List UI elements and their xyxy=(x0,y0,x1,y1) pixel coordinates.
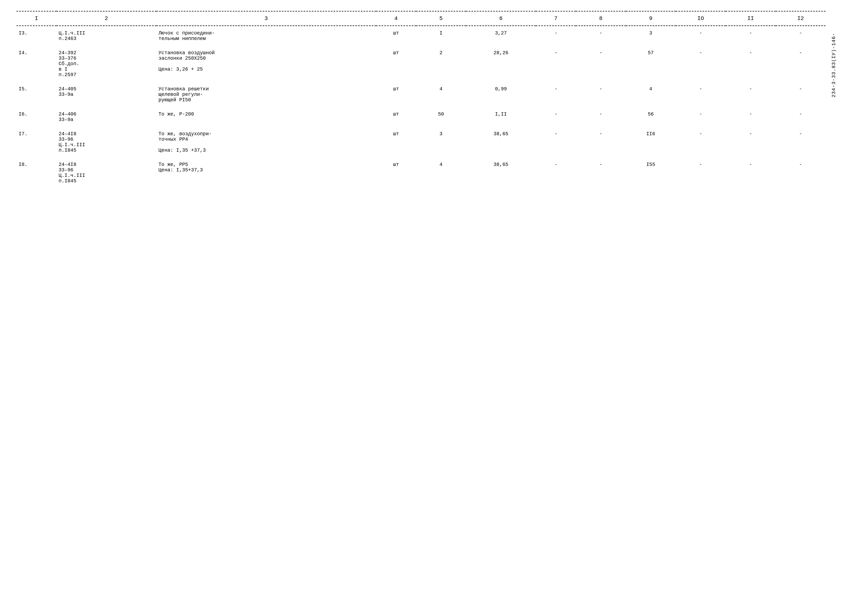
row-num: I4. xyxy=(16,46,56,82)
row-col9: 3 xyxy=(626,26,676,46)
row-qty: 3 xyxy=(416,127,466,157)
row-unit: шт xyxy=(376,107,416,127)
row-code: Ц.I.ч.III п.2463 xyxy=(56,26,156,46)
table-header-row: I 2 3 4 5 6 7 8 9 IO II I2 xyxy=(16,11,826,26)
row-col10: - xyxy=(676,157,726,188)
header-col-6: 6 xyxy=(466,11,536,26)
row-col7: - xyxy=(536,157,576,188)
row-col11: - xyxy=(726,157,776,188)
table-row: I3. Ц.I.ч.III п.2463 Лючок с присоедини-… xyxy=(16,26,826,46)
row-col11: - xyxy=(726,46,776,82)
row-qty: I xyxy=(416,26,466,46)
header-col-5: 5 xyxy=(416,11,466,26)
row-qty: 4 xyxy=(416,82,466,107)
row-col10: - xyxy=(676,82,726,107)
row-num: I7. xyxy=(16,127,56,157)
row-col10: - xyxy=(676,46,726,82)
row-price: I,II xyxy=(466,107,536,127)
table-row: I8. 24–4I8 33–96 Ц.I.ч.III п.I845 То же,… xyxy=(16,157,826,188)
row-price: 38,65 xyxy=(466,127,536,157)
row-col9: 4 xyxy=(626,82,676,107)
header-col-10: IO xyxy=(676,11,726,26)
row-col12: - xyxy=(776,157,826,188)
row-description: Установка решетки щелевой регули- рующей… xyxy=(156,82,376,107)
table-row: I7. 24–4I8 33–96 Ц.I.ч.III п.I845 То же,… xyxy=(16,127,826,157)
row-price: 28,26 xyxy=(466,46,536,82)
row-qty: 4 xyxy=(416,157,466,188)
main-table: I 2 3 4 5 6 7 8 9 IO II I2 I3. Ц.I.ч.III… xyxy=(16,11,826,188)
row-col12: - xyxy=(776,107,826,127)
row-unit: шт xyxy=(376,157,416,188)
side-label: 234-3-33.83(IУ)-146- xyxy=(831,33,836,97)
header-col-7: 7 xyxy=(536,11,576,26)
row-num: I3. xyxy=(16,26,56,46)
row-col8: - xyxy=(576,157,626,188)
header-col-3: 3 xyxy=(156,11,376,26)
row-price: 3,27 xyxy=(466,26,536,46)
row-col7: - xyxy=(536,46,576,82)
row-unit: шт xyxy=(376,46,416,82)
row-col7: - xyxy=(536,127,576,157)
table-row: I5. 24–405 33–9а Установка решетки щелев… xyxy=(16,82,826,107)
row-col9: I55 xyxy=(626,157,676,188)
row-num: I8. xyxy=(16,157,56,188)
header-col-11: II xyxy=(726,11,776,26)
page-container: 234-3-33.83(IУ)-146- I 2 3 4 5 6 7 8 9 I… xyxy=(16,11,826,188)
row-num: I5. xyxy=(16,82,56,107)
row-code: 24–405 33–9а xyxy=(56,82,156,107)
row-price: 0,99 xyxy=(466,82,536,107)
row-col7: - xyxy=(536,82,576,107)
table-body: I3. Ц.I.ч.III п.2463 Лючок с присоедини-… xyxy=(16,26,826,188)
row-col11: - xyxy=(726,26,776,46)
header-col-12: I2 xyxy=(776,11,826,26)
row-code: 24–4I8 33–96 Ц.I.ч.III п.I845 xyxy=(56,127,156,157)
row-col11: - xyxy=(726,82,776,107)
row-col10: - xyxy=(676,26,726,46)
header-col-2: 2 xyxy=(56,11,156,26)
row-qty: 2 xyxy=(416,46,466,82)
row-col8: - xyxy=(576,127,626,157)
row-col9: 56 xyxy=(626,107,676,127)
header-col-1: I xyxy=(16,11,56,26)
table-row: I4. 24–392 33–376 Сб.доп. в I п.2597 Уст… xyxy=(16,46,826,82)
row-col10: - xyxy=(676,127,726,157)
table-row: I6. 24–406 33–9а То же, Р-200 шт 50 I,II… xyxy=(16,107,826,127)
row-description: Лючок с присоедини- тельным ниппелем xyxy=(156,26,376,46)
header-col-4: 4 xyxy=(376,11,416,26)
row-code: 24–406 33–9а xyxy=(56,107,156,127)
row-col12: - xyxy=(776,82,826,107)
row-col12: - xyxy=(776,127,826,157)
row-col7: - xyxy=(536,107,576,127)
row-col8: - xyxy=(576,26,626,46)
row-price: 38,65 xyxy=(466,157,536,188)
header-col-8: 8 xyxy=(576,11,626,26)
row-col11: - xyxy=(726,107,776,127)
row-col9: II6 xyxy=(626,127,676,157)
row-unit: шт xyxy=(376,82,416,107)
header-col-9: 9 xyxy=(626,11,676,26)
row-col10: - xyxy=(676,107,726,127)
row-code: 24–392 33–376 Сб.доп. в I п.2597 xyxy=(56,46,156,82)
row-description: Установка воздушной заслонки 250Х250 Цен… xyxy=(156,46,376,82)
row-col12: - xyxy=(776,26,826,46)
row-col8: - xyxy=(576,82,626,107)
row-unit: шт xyxy=(376,127,416,157)
row-col11: - xyxy=(726,127,776,157)
row-qty: 50 xyxy=(416,107,466,127)
row-col8: - xyxy=(576,107,626,127)
row-unit: шт xyxy=(376,26,416,46)
row-description: То же, воздухопри- точных РР4 Цена: I,35… xyxy=(156,127,376,157)
row-description: То же, Р-200 xyxy=(156,107,376,127)
row-col8: - xyxy=(576,46,626,82)
row-description: То же, РР5 Цена: I,35+37,3 xyxy=(156,157,376,188)
row-code: 24–4I8 33–96 Ц.I.ч.III п.I845 xyxy=(56,157,156,188)
row-col7: - xyxy=(536,26,576,46)
row-num: I6. xyxy=(16,107,56,127)
row-col12: - xyxy=(776,46,826,82)
row-col9: 57 xyxy=(626,46,676,82)
